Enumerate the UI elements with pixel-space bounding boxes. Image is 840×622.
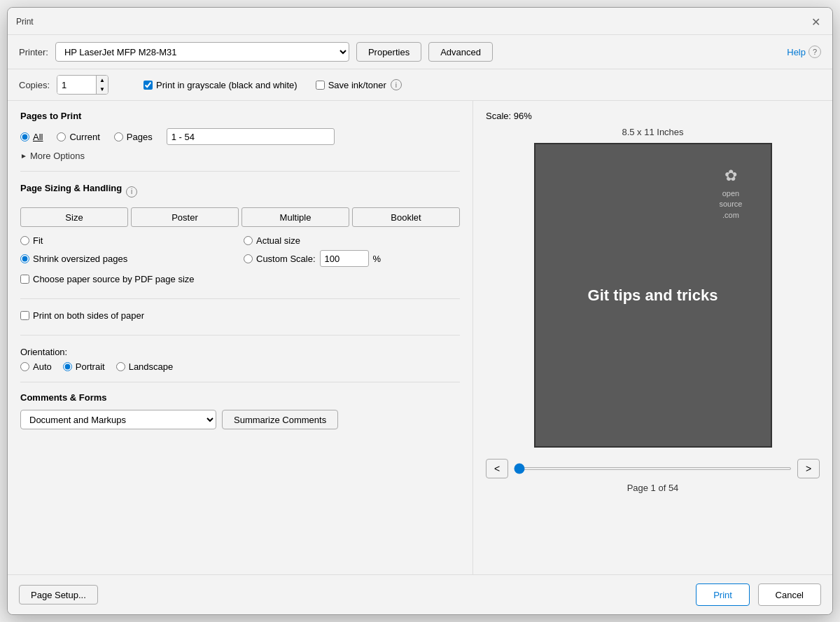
copies-spinner: ▲ ▼ xyxy=(96,76,108,94)
sizing-options: Fit Actual size Shrink oversized pages C… xyxy=(20,235,460,267)
save-ink-label[interactable]: Save ink/toner xyxy=(316,80,386,90)
custom-scale-input[interactable] xyxy=(320,250,369,267)
page-sizing-title: Page Sizing & Handling xyxy=(20,183,122,193)
comments-row: Document and Markups Document Form field… xyxy=(20,410,460,429)
grayscale-label[interactable]: Print in grayscale (black and white) xyxy=(144,80,298,90)
page-nav-row: < > xyxy=(486,459,820,478)
grayscale-checkbox[interactable] xyxy=(144,81,153,90)
summarize-comments-button[interactable]: Summarize Comments xyxy=(222,410,338,429)
actual-size-radio[interactable] xyxy=(244,236,253,245)
bottom-bar: Page Setup... Print Cancel xyxy=(8,574,832,614)
shrink-radio[interactable] xyxy=(20,254,29,263)
print-both-sides-checkbox[interactable] xyxy=(20,311,29,320)
main-content: Pages to Print All Current Pages xyxy=(8,101,832,574)
sizing-info-icon[interactable]: i xyxy=(126,186,137,198)
tab-multiple[interactable]: Multiple xyxy=(241,207,349,227)
logo-art: ✿ xyxy=(719,165,742,187)
all-radio-label[interactable]: All xyxy=(20,132,43,142)
page-slider[interactable] xyxy=(514,467,792,470)
grayscale-area: Print in grayscale (black and white) Sav… xyxy=(144,79,402,90)
page-preview: ✿ open source .com Git tips and tricks xyxy=(534,143,772,448)
properties-button[interactable]: Properties xyxy=(356,42,421,62)
dialog-title: Print xyxy=(16,17,34,27)
sizing-header: Page Sizing & Handling i xyxy=(20,183,460,200)
preview-book-title: Git tips and tricks xyxy=(574,286,732,305)
more-options-triangle: ► xyxy=(20,152,27,160)
comments-select[interactable]: Document and Markups Document Form field… xyxy=(20,410,216,429)
pages-radio[interactable] xyxy=(114,132,123,141)
orientation-label: Orientation: xyxy=(20,347,67,357)
scale-info: Scale: 96% xyxy=(486,111,532,121)
tab-poster[interactable]: Poster xyxy=(131,207,239,227)
action-buttons: Print Cancel xyxy=(696,583,821,606)
left-panel: Pages to Print All Current Pages xyxy=(8,101,473,574)
tab-booklet[interactable]: Booklet xyxy=(352,207,460,227)
page-size-label: 8.5 x 11 Inches xyxy=(622,127,683,137)
preview-logo: ✿ open source .com xyxy=(719,165,742,221)
close-button[interactable]: ✕ xyxy=(807,13,824,30)
all-radio[interactable] xyxy=(20,132,29,141)
printer-bar: Printer: HP LaserJet MFP M28-M31 Propert… xyxy=(8,35,832,69)
pages-radio-group: All Current Pages xyxy=(20,128,460,145)
pages-to-print-section: Pages to Print All Current Pages xyxy=(20,111,460,172)
print-both-sides-label[interactable]: Print on both sides of paper xyxy=(20,310,460,321)
print-dialog: Print ✕ Printer: HP LaserJet MFP M28-M31… xyxy=(7,7,833,615)
prev-page-button[interactable]: < xyxy=(486,459,508,478)
auto-radio-label[interactable]: Auto xyxy=(20,361,52,372)
orientation-group: Auto Portrait Landscape xyxy=(20,361,460,372)
print-button[interactable]: Print xyxy=(696,583,750,606)
page-setup-button[interactable]: Page Setup... xyxy=(19,585,98,604)
choose-paper-label[interactable]: Choose paper source by PDF page size xyxy=(20,274,460,284)
portrait-radio[interactable] xyxy=(63,362,72,371)
next-page-button[interactable]: > xyxy=(797,459,820,478)
copies-input-wrap: ▲ ▼ xyxy=(57,75,108,95)
auto-radio[interactable] xyxy=(20,362,29,371)
copies-increment[interactable]: ▲ xyxy=(97,76,108,85)
fit-radio[interactable] xyxy=(20,236,29,245)
portrait-radio-label[interactable]: Portrait xyxy=(63,361,105,372)
save-ink-checkbox[interactable] xyxy=(316,81,325,90)
help-icon: ? xyxy=(808,46,821,58)
copies-label: Copies: xyxy=(19,80,50,90)
orientation-section: Orientation: Auto Portrait Landscape xyxy=(20,347,460,382)
advanced-button[interactable]: Advanced xyxy=(428,42,493,62)
pages-to-print-title: Pages to Print xyxy=(20,111,460,121)
comments-forms-section: Comments & Forms Document and Markups Do… xyxy=(20,392,460,429)
printer-label: Printer: xyxy=(19,47,48,57)
right-panel: Scale: 96% 8.5 x 11 Inches ✿ open source… xyxy=(473,101,832,574)
current-radio-label[interactable]: Current xyxy=(57,132,99,142)
printer-select[interactable]: HP LaserJet MFP M28-M31 xyxy=(55,42,349,62)
copies-decrement[interactable]: ▼ xyxy=(97,85,108,94)
page-sizing-section: Page Sizing & Handling i Size Poster Mul… xyxy=(20,183,460,299)
more-options[interactable]: ► More Options xyxy=(20,151,460,161)
print-both-sides-section: Print on both sides of paper xyxy=(20,310,460,336)
comments-forms-title: Comments & Forms xyxy=(20,392,460,403)
copies-input[interactable] xyxy=(57,76,96,94)
cancel-button[interactable]: Cancel xyxy=(758,583,821,606)
custom-scale-row: Custom Scale: % xyxy=(244,250,460,267)
custom-scale-radio[interactable] xyxy=(244,254,253,263)
fit-radio-label[interactable]: Fit xyxy=(20,235,237,246)
choose-paper-checkbox[interactable] xyxy=(20,275,29,284)
page-info: Page 1 of 54 xyxy=(627,483,679,493)
copies-bar: Copies: ▲ ▼ Print in grayscale (black an… xyxy=(8,69,832,101)
info-icon[interactable]: i xyxy=(391,79,402,90)
current-radio[interactable] xyxy=(57,132,66,141)
help-link[interactable]: Help ? xyxy=(787,46,821,58)
pages-range-input[interactable] xyxy=(167,128,335,145)
pages-radio-label[interactable]: Pages xyxy=(114,132,153,142)
titlebar: Print ✕ xyxy=(8,8,832,35)
landscape-radio[interactable] xyxy=(116,362,125,371)
tab-size[interactable]: Size xyxy=(20,207,128,227)
landscape-radio-label[interactable]: Landscape xyxy=(116,361,174,372)
custom-scale-radio-label[interactable]: Custom Scale: xyxy=(244,254,316,264)
shrink-radio-label[interactable]: Shrink oversized pages xyxy=(20,250,237,267)
sizing-tabs: Size Poster Multiple Booklet xyxy=(20,207,460,227)
actual-size-radio-label[interactable]: Actual size xyxy=(244,235,460,246)
